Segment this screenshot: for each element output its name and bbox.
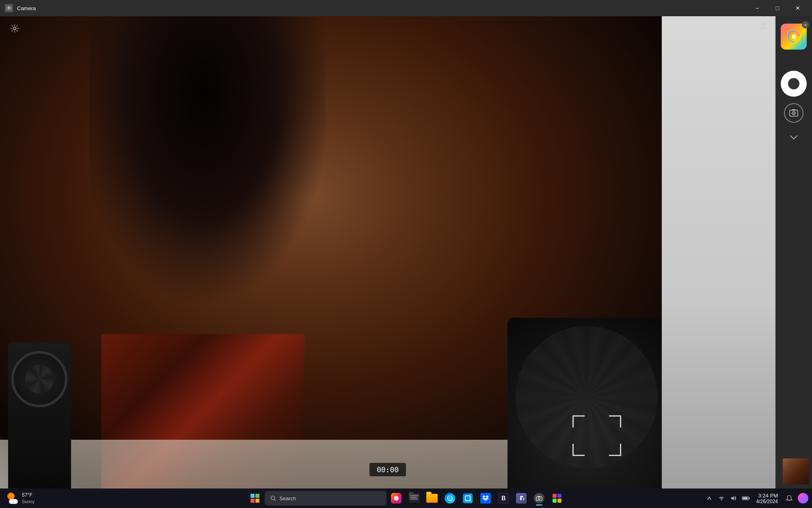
app-grid-button[interactable] (549, 490, 565, 506)
file-manager-button[interactable] (406, 490, 422, 506)
clock-time: 3:24 PM (758, 493, 778, 499)
radial-app-container: × (781, 24, 807, 50)
folder-icon (426, 494, 438, 503)
svg-point-3 (13, 27, 16, 30)
thumbnail-image (783, 458, 809, 484)
fan-blades (25, 365, 54, 393)
dropbox-button[interactable] (477, 490, 494, 506)
record-button-inner (788, 78, 799, 89)
crop-marks (572, 415, 621, 456)
radial-close-button[interactable]: × (802, 21, 809, 28)
record-button[interactable] (781, 71, 807, 97)
edge-button[interactable] (442, 490, 458, 506)
teams-logo (518, 495, 525, 501)
teams-icon (516, 493, 527, 504)
taskbar: 57°F Sunny Search (0, 488, 812, 508)
file-tab (409, 492, 413, 494)
widgets-icon-inner (394, 496, 399, 501)
chevron-down-button[interactable] (786, 129, 802, 145)
close-button[interactable]: ✕ (788, 2, 807, 15)
network-icon[interactable] (716, 493, 727, 504)
camera-viewport: 00:00 (0, 16, 775, 488)
clock-widget[interactable]: 3:24 PM 4/26/2024 (753, 493, 781, 504)
svg-marker-11 (482, 495, 486, 497)
search-icon (270, 495, 276, 501)
svg-point-16 (522, 496, 523, 497)
weather-temp: 57°F (22, 492, 35, 499)
bold-letter: B (501, 495, 506, 502)
weather-widget[interactable]: 57°F Sunny (3, 490, 38, 506)
file-manager-icon (409, 494, 419, 503)
weather-icon (6, 492, 19, 505)
svg-rect-2 (8, 6, 10, 7)
svg-rect-20 (538, 496, 540, 497)
camera-app-icon (5, 4, 13, 12)
tray-expand-button[interactable] (704, 493, 715, 504)
title-bar: Camera − □ ✕ (0, 0, 812, 16)
active-indicator (536, 504, 542, 506)
store-bag (465, 495, 471, 501)
svg-rect-8 (792, 109, 795, 111)
settings-button[interactable] (6, 20, 23, 37)
maximize-button[interactable]: □ (768, 2, 787, 15)
battery-icon-svg (742, 496, 750, 501)
bold-icon: B (498, 493, 509, 504)
taskbar-left: 57°F Sunny (3, 490, 38, 506)
clock-date: 4/26/2024 (756, 499, 778, 504)
cloud-icon (9, 499, 18, 504)
store-button[interactable] (460, 490, 476, 506)
svg-point-17 (520, 496, 522, 498)
photo-button[interactable] (784, 103, 803, 123)
profile-badge-circle (798, 493, 808, 504)
bold-button[interactable]: B (495, 490, 512, 506)
camera-container: 00:00 × (0, 16, 812, 488)
share-button[interactable] (755, 18, 771, 34)
grid-item-3 (553, 499, 557, 503)
thumbnail-preview[interactable] (783, 458, 809, 484)
battery-icon[interactable] (740, 493, 752, 504)
system-tray (704, 493, 752, 504)
app-grid-icon (552, 493, 562, 504)
grid-item-4 (557, 499, 561, 503)
taskbar-center: Search (247, 490, 565, 506)
bell-icon (786, 495, 793, 502)
edge-icon (445, 493, 455, 504)
svg-rect-23 (749, 497, 749, 499)
camera-feed: 00:00 (0, 16, 775, 488)
minimize-button[interactable]: − (748, 2, 767, 15)
svg-rect-18 (536, 497, 542, 501)
search-placeholder-text: Search (279, 495, 296, 501)
person-hair (89, 16, 325, 321)
teams-button[interactable] (513, 490, 529, 506)
crop-mark-tl (572, 415, 585, 428)
svg-marker-12 (486, 495, 489, 497)
file-explorer-button[interactable] (424, 490, 440, 506)
weather-text: 57°F Sunny (22, 492, 35, 504)
volume-icon-svg (730, 495, 737, 501)
volume-icon[interactable] (728, 493, 739, 504)
camera-taskbar-icon (534, 493, 544, 504)
right-sidebar: × (775, 16, 812, 488)
title-bar-controls: − □ ✕ (748, 2, 807, 15)
grid-item-1 (553, 494, 557, 498)
crop-mark-br (609, 444, 621, 456)
dropbox-icon (480, 493, 491, 504)
folder-tab (426, 492, 432, 494)
wifi-icon-svg (718, 495, 725, 501)
widgets-icon (391, 493, 402, 504)
svg-point-9 (793, 113, 795, 114)
widgets-button[interactable] (388, 490, 404, 506)
dropbox-logo (482, 495, 489, 501)
start-button[interactable] (247, 490, 263, 506)
svg-point-19 (538, 498, 540, 500)
camera-taskbar-button[interactable] (531, 490, 547, 506)
edge-icon-inner (447, 495, 453, 501)
svg-rect-22 (743, 497, 747, 499)
profile-badge[interactable] (797, 493, 809, 504)
taskbar-search-bar[interactable]: Search (265, 491, 387, 506)
title-bar-left: Camera (5, 4, 36, 12)
weather-condition: Sunny (22, 499, 35, 504)
grid-item-2 (557, 494, 561, 498)
notification-button[interactable] (783, 492, 796, 505)
timer-display: 00:00 (369, 463, 406, 476)
